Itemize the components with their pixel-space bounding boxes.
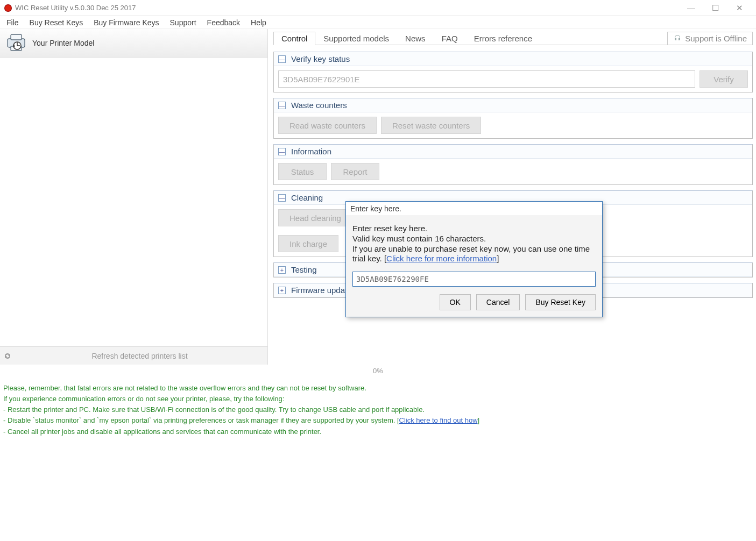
section-waste: — Waste counters Read waste counters Res… <box>273 98 753 139</box>
dialog-key-input[interactable] <box>352 272 596 287</box>
tab-errors-reference[interactable]: Errors reference <box>466 32 540 45</box>
window-title: WIC Reset Utility v.5.0.30 Dec 25 2017 <box>15 4 679 12</box>
status-button[interactable]: Status <box>278 163 327 180</box>
section-cleaning-title: Cleaning <box>291 193 323 202</box>
menu-support[interactable]: Support <box>165 17 202 28</box>
tab-supported-models[interactable]: Supported models <box>315 32 397 45</box>
printer-header: Your Printer Model <box>0 29 267 58</box>
collapse-icon: — <box>278 194 286 202</box>
section-verify: — Verify key status Verify <box>273 52 753 92</box>
dialog-line-3: If you are unable to purchase reset key … <box>352 244 596 265</box>
dialog-trial-link[interactable]: Click here for more information <box>386 254 497 263</box>
tabs: Control Supported models News FAQ Errors… <box>273 32 667 45</box>
reset-waste-button[interactable]: Reset waste counters <box>381 117 481 134</box>
section-testing-title: Testing <box>291 265 317 274</box>
tab-news[interactable]: News <box>397 32 434 45</box>
support-offline-label: Support is Offline <box>685 34 747 43</box>
menu-buy-reset-keys[interactable]: Buy Reset Keys <box>24 17 89 28</box>
menu-help[interactable]: Help <box>245 17 272 28</box>
refresh-icon <box>3 352 12 360</box>
section-information: — Information Status Report <box>273 144 753 185</box>
window-maximize[interactable]: ☐ <box>703 3 727 13</box>
section-verify-title: Verify key status <box>291 54 350 63</box>
tab-faq[interactable]: FAQ <box>434 32 466 45</box>
hint-line-4a: - Disable `status monitor` and `my epson… <box>3 416 399 424</box>
printer-icon <box>5 33 27 53</box>
progress-text: 0% <box>0 367 756 378</box>
report-button[interactable]: Report <box>331 163 379 180</box>
hint-line-2: If you experience communication errors o… <box>3 394 753 404</box>
expand-icon: + <box>278 287 286 294</box>
titlebar: WIC Reset Utility v.5.0.30 Dec 25 2017 —… <box>0 0 756 16</box>
svg-rect-1 <box>11 34 22 40</box>
enter-key-dialog: Enter key here. Enter reset key here. Va… <box>345 201 603 317</box>
dialog-title: Enter key here. <box>346 202 602 216</box>
dialog-line-1: Enter reset key here. <box>352 224 596 234</box>
window-minimize[interactable]: — <box>679 3 703 12</box>
printer-list[interactable] <box>0 58 267 346</box>
window-close[interactable]: ✕ <box>727 3 752 13</box>
read-waste-button[interactable]: Read waste counters <box>278 117 377 134</box>
dialog-line-3b: ] <box>497 254 499 263</box>
section-verify-head[interactable]: — Verify key status <box>274 52 752 66</box>
printer-model-label: Your Printer Model <box>32 39 94 47</box>
head-cleaning-button[interactable]: Head cleaning <box>278 209 352 226</box>
dialog-buy-button[interactable]: Buy Reset Key <box>525 294 596 310</box>
headset-icon <box>673 34 682 42</box>
left-pane: Your Printer Model Refresh detected prin… <box>0 29 268 365</box>
verify-key-input[interactable] <box>278 70 695 88</box>
collapse-icon: — <box>278 55 286 63</box>
expand-icon: + <box>278 266 286 274</box>
section-waste-head[interactable]: — Waste counters <box>274 98 752 112</box>
hint-line-4b: ] <box>478 416 480 424</box>
collapse-icon: — <box>278 148 286 155</box>
collapse-icon: — <box>278 102 286 109</box>
section-firmware-title: Firmware update <box>291 286 352 295</box>
refresh-label: Refresh detected printers list <box>15 352 264 360</box>
dialog-cancel-button[interactable]: Cancel <box>476 294 520 310</box>
hints: Please, remember, that fatal errors are … <box>0 378 756 443</box>
dialog-line-2: Valid key must contain 16 characters. <box>352 234 596 244</box>
hint-line-3: - Restart the printer and PC. Make sure … <box>3 404 753 415</box>
menu-buy-firmware-keys[interactable]: Buy Firmware Keys <box>88 17 164 28</box>
support-offline-button[interactable]: Support is Offline <box>667 32 753 45</box>
section-information-head[interactable]: — Information <box>274 145 752 159</box>
menubar: File Buy Reset Keys Buy Firmware Keys Su… <box>0 16 756 29</box>
hint-line-5: - Cancel all printer jobs and disable al… <box>3 426 753 437</box>
refresh-bar[interactable]: Refresh detected printers list <box>0 346 267 365</box>
section-waste-title: Waste counters <box>291 101 347 110</box>
dialog-ok-button[interactable]: OK <box>440 294 471 310</box>
tab-control[interactable]: Control <box>273 32 315 45</box>
hint-line-4: - Disable `status monitor` and `my epson… <box>3 415 753 426</box>
app-icon <box>4 4 12 12</box>
ink-charge-button[interactable]: Ink charge <box>278 235 338 252</box>
hint-line-1: Please, remember, that fatal errors are … <box>3 383 753 394</box>
window-controls: — ☐ ✕ <box>679 3 752 13</box>
hint-link-find-out[interactable]: Click here to find out how <box>399 416 478 424</box>
section-information-title: Information <box>291 147 331 156</box>
verify-button[interactable]: Verify <box>700 70 748 88</box>
menu-file[interactable]: File <box>1 17 24 28</box>
menu-feedback[interactable]: Feedback <box>202 17 245 28</box>
